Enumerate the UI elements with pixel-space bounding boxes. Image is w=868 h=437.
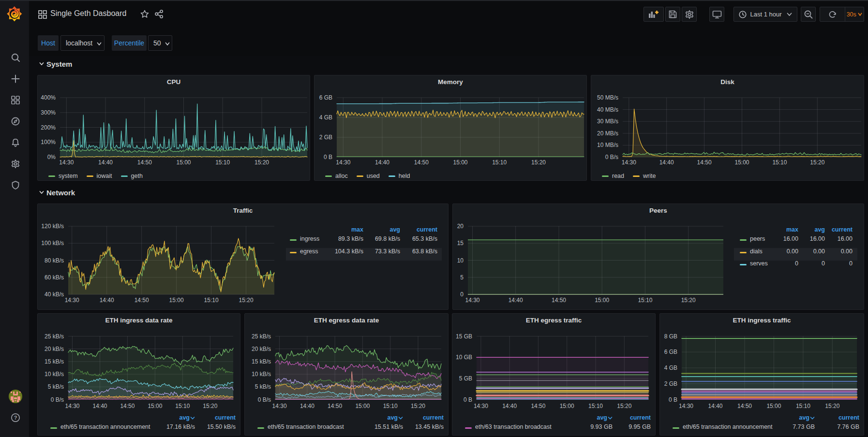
- svg-text:5 GB: 5 GB: [459, 375, 472, 382]
- svg-text:15 kB/s: 15 kB/s: [45, 358, 64, 365]
- svg-text:14:50: 14:50: [135, 297, 149, 304]
- svg-text:25 kB/s: 25 kB/s: [45, 333, 64, 340]
- svg-text:14:50: 14:50: [414, 159, 429, 166]
- svg-text:15:10: 15:10: [796, 403, 810, 409]
- svg-text:14:30: 14:30: [465, 297, 479, 304]
- svg-text:5 kB/s: 5 kB/s: [255, 383, 271, 390]
- svg-text:0 B/s: 0 B/s: [51, 396, 64, 403]
- svg-text:14:30: 14:30: [65, 403, 79, 409]
- svg-text:15:00: 15:00: [355, 403, 370, 409]
- svg-text:0 B: 0 B: [669, 396, 677, 403]
- svg-text:200%: 200%: [41, 124, 56, 131]
- svg-text:15:10: 15:10: [588, 403, 603, 409]
- svg-text:6 GB: 6 GB: [664, 349, 677, 355]
- svg-text:15:10: 15:10: [204, 297, 219, 304]
- svg-text:15:00: 15:00: [169, 297, 184, 304]
- svg-text:10 MB/s: 10 MB/s: [597, 142, 618, 148]
- svg-text:15:00: 15:00: [453, 159, 467, 166]
- svg-text:0 B/s: 0 B/s: [258, 396, 271, 403]
- svg-text:0 B: 0 B: [324, 154, 332, 160]
- svg-text:15:00: 15:00: [734, 159, 749, 166]
- svg-text:15:20: 15:20: [531, 159, 546, 166]
- svg-text:5: 5: [460, 274, 464, 281]
- svg-text:40 kB/s: 40 kB/s: [45, 291, 64, 298]
- svg-text:14:40: 14:40: [98, 159, 113, 166]
- svg-text:2 GB: 2 GB: [319, 134, 332, 141]
- svg-text:14:40: 14:40: [100, 297, 114, 304]
- svg-text:0 B/s: 0 B/s: [605, 154, 618, 160]
- svg-text:15:10: 15:10: [175, 403, 190, 409]
- svg-text:40 MB/s: 40 MB/s: [597, 106, 618, 113]
- svg-text:15:20: 15:20: [681, 297, 696, 304]
- svg-text:14:30: 14:30: [59, 159, 74, 166]
- svg-text:15:10: 15:10: [215, 159, 230, 166]
- svg-text:15:20: 15:20: [239, 297, 254, 304]
- svg-text:15:00: 15:00: [176, 159, 191, 166]
- svg-text:15:00: 15:00: [560, 403, 574, 409]
- svg-text:6 GB: 6 GB: [319, 94, 332, 101]
- svg-text:10 kB/s: 10 kB/s: [252, 371, 271, 378]
- svg-text:400%: 400%: [41, 94, 56, 101]
- svg-text:4 GB: 4 GB: [664, 364, 677, 371]
- svg-text:0%: 0%: [47, 154, 56, 160]
- svg-text:20 kB/s: 20 kB/s: [45, 346, 64, 352]
- svg-text:14:50: 14:50: [552, 297, 566, 304]
- svg-text:15:20: 15:20: [254, 159, 269, 166]
- svg-text:14:40: 14:40: [659, 159, 674, 166]
- svg-text:15:10: 15:10: [638, 297, 652, 304]
- svg-text:14:30: 14:30: [474, 403, 488, 409]
- svg-text:14:50: 14:50: [531, 403, 545, 409]
- svg-text:14:30: 14:30: [336, 159, 350, 166]
- svg-text:14:30: 14:30: [679, 403, 693, 409]
- svg-text:15:20: 15:20: [203, 403, 217, 409]
- svg-text:14:40: 14:40: [375, 159, 389, 166]
- svg-text:8 GB: 8 GB: [664, 333, 677, 340]
- svg-text:15:00: 15:00: [148, 403, 162, 409]
- svg-text:14:40: 14:40: [708, 403, 722, 409]
- svg-text:2 GB: 2 GB: [664, 380, 677, 387]
- svg-text:20 kB/s: 20 kB/s: [252, 346, 271, 352]
- svg-text:15:20: 15:20: [411, 403, 425, 409]
- svg-text:10 kB/s: 10 kB/s: [45, 371, 64, 378]
- svg-text:14:40: 14:40: [300, 403, 314, 409]
- svg-text:14:50: 14:50: [328, 403, 342, 409]
- svg-text:4 GB: 4 GB: [319, 114, 332, 121]
- svg-text:10 GB: 10 GB: [456, 354, 472, 361]
- svg-text:300%: 300%: [41, 109, 56, 116]
- svg-text:14:50: 14:50: [120, 403, 135, 409]
- svg-text:14:50: 14:50: [137, 159, 152, 166]
- svg-text:15 kB/s: 15 kB/s: [252, 358, 271, 365]
- svg-text:30 MB/s: 30 MB/s: [597, 118, 618, 125]
- svg-text:14:30: 14:30: [272, 403, 287, 409]
- svg-text:15:00: 15:00: [766, 403, 781, 409]
- svg-text:15:10: 15:10: [383, 403, 398, 409]
- svg-text:15:00: 15:00: [595, 297, 609, 304]
- svg-text:14:40: 14:40: [92, 403, 107, 409]
- svg-text:0: 0: [460, 291, 464, 298]
- svg-text:80 kB/s: 80 kB/s: [45, 257, 64, 264]
- svg-text:20 MB/s: 20 MB/s: [597, 130, 618, 137]
- svg-text:14:40: 14:40: [509, 297, 523, 304]
- svg-text:15:20: 15:20: [825, 403, 839, 409]
- svg-text:15:10: 15:10: [492, 159, 507, 166]
- svg-text:5 kB/s: 5 kB/s: [48, 383, 64, 390]
- svg-text:14:40: 14:40: [502, 403, 517, 409]
- svg-text:15:20: 15:20: [810, 159, 824, 166]
- svg-text:14:30: 14:30: [65, 297, 79, 304]
- svg-text:?: ?: [14, 415, 17, 421]
- svg-text:15:20: 15:20: [617, 403, 631, 409]
- svg-text:14:30: 14:30: [622, 159, 636, 166]
- svg-text:15 GB: 15 GB: [456, 333, 472, 340]
- svg-text:15:10: 15:10: [772, 159, 787, 166]
- svg-text:0 B: 0 B: [464, 396, 472, 403]
- svg-text:14:50: 14:50: [697, 159, 712, 166]
- svg-text:50 MB/s: 50 MB/s: [597, 94, 618, 101]
- svg-text:100%: 100%: [41, 139, 56, 146]
- svg-text:60 kB/s: 60 kB/s: [45, 274, 64, 281]
- svg-text:25 kB/s: 25 kB/s: [252, 333, 271, 340]
- svg-text:14:50: 14:50: [737, 403, 752, 409]
